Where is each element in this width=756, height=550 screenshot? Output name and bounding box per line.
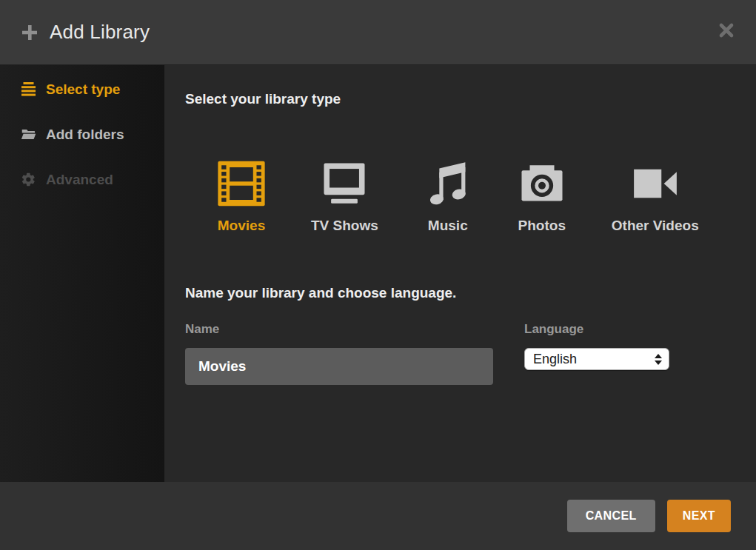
camera-icon <box>518 159 566 208</box>
gear-icon <box>21 172 36 187</box>
type-label: TV Shows <box>311 217 378 235</box>
library-type-heading: Select your library type <box>185 90 756 109</box>
cancel-button[interactable]: CANCEL <box>567 500 655 532</box>
music-note-icon <box>424 159 472 208</box>
name-field-label: Name <box>185 322 493 337</box>
type-label: Movies <box>218 217 265 235</box>
language-field-label: Language <box>524 322 669 337</box>
name-language-fields: Name Language English <box>185 322 756 385</box>
film-icon <box>217 159 266 208</box>
library-type-picker: Movies TV Shows <box>217 159 756 235</box>
select-arrows-icon <box>655 354 662 365</box>
tv-icon <box>320 159 369 208</box>
list-icon <box>21 81 36 97</box>
sidebar-item-advanced: Advanced <box>0 157 164 202</box>
library-name-input[interactable] <box>185 348 493 385</box>
type-tile-other-videos[interactable]: Other Videos <box>612 159 699 235</box>
plus-icon <box>21 24 39 41</box>
type-tile-tv-shows[interactable]: TV Shows <box>311 159 378 235</box>
dialog-title: Add Library <box>50 21 150 44</box>
sidebar-item-select-type[interactable]: Select type <box>0 67 164 112</box>
language-select[interactable]: English <box>524 348 669 370</box>
sidebar-item-label: Add folders <box>46 127 124 143</box>
type-tile-music[interactable]: Music <box>424 159 472 235</box>
video-camera-icon <box>631 159 680 208</box>
type-label: Photos <box>518 217 566 235</box>
sidebar-item-add-folders[interactable]: Add folders <box>0 112 164 157</box>
type-label: Music <box>428 217 468 235</box>
main-panel: Select your library type Mo <box>164 65 756 482</box>
sidebar-item-label: Select type <box>46 81 120 98</box>
wizard-steps-sidebar: Select type Add folders Advanced <box>0 65 164 482</box>
dialog-footer: CANCEL NEXT <box>0 482 756 550</box>
language-select-value: English <box>533 352 577 367</box>
type-label: Other Videos <box>612 217 699 235</box>
folder-open-icon <box>21 127 36 142</box>
type-tile-photos[interactable]: Photos <box>518 159 566 235</box>
sidebar-item-label: Advanced <box>46 172 113 188</box>
close-icon[interactable] <box>717 21 735 39</box>
name-language-heading: Name your library and choose language. <box>185 284 756 303</box>
type-tile-movies[interactable]: Movies <box>217 159 266 235</box>
next-button[interactable]: NEXT <box>667 500 731 532</box>
dialog-titlebar: Add Library <box>0 0 756 65</box>
